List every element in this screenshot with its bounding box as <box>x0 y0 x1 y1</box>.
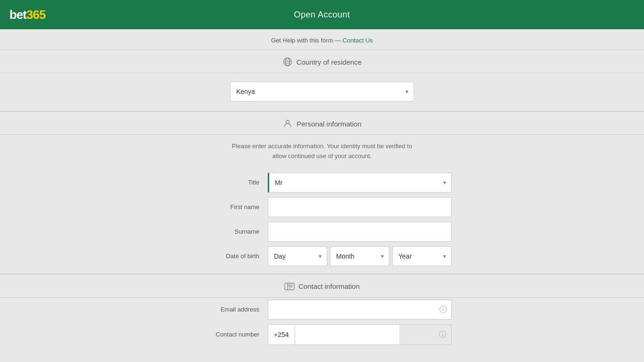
phone-row: Contact number +254 ⓘ <box>0 322 644 347</box>
personal-section-header: Personal information <box>0 111 644 135</box>
email-label: Email address <box>192 306 268 313</box>
phone-prefix: +254 <box>268 325 295 345</box>
email-row: Email address ⓘ <box>0 298 644 321</box>
contact-form-rows: Email address ⓘ Contact number +254 ⓘ <box>0 298 644 353</box>
person-icon <box>282 118 293 129</box>
phone-info-icon[interactable]: ⓘ <box>439 329 446 339</box>
personal-note: Please enter accurate information. Your … <box>216 135 428 171</box>
logo-bet: bet <box>9 8 26 22</box>
globe-icon <box>282 57 293 67</box>
email-input[interactable] <box>268 300 452 320</box>
personal-section-title: Personal information <box>297 120 362 128</box>
phone-input[interactable] <box>295 325 399 345</box>
country-dropdown-wrap: Kenya Uganda Tanzania South Africa Niger… <box>230 82 414 101</box>
country-section: Kenya Uganda Tanzania South Africa Niger… <box>0 73 644 111</box>
month-select[interactable]: Month JanuaryFebruary <box>330 246 389 266</box>
day-select-wrap: Day 123 ▾ <box>268 246 327 266</box>
dob-label: Date of birth <box>192 253 268 260</box>
title-control-wrap: Mr Mrs Miss Ms Dr ▾ <box>268 173 452 193</box>
month-select-wrap: Month JanuaryFebruary ▾ <box>330 246 389 266</box>
day-select[interactable]: Day 123 <box>268 246 327 266</box>
contact-section-header: Contact information <box>0 274 644 298</box>
phone-control-wrap: +254 ⓘ <box>268 324 452 345</box>
email-control-wrap: ⓘ <box>268 300 452 320</box>
dob-control-wrap: Day 123 ▾ Month JanuaryFebruary ▾ Year 2 <box>268 246 452 266</box>
email-input-wrap: ⓘ <box>268 300 452 320</box>
country-section-title: Country of residence <box>297 58 362 66</box>
first-name-control-wrap <box>268 197 452 217</box>
contact-section-title: Contact information <box>298 282 360 290</box>
help-text: Get Help with this form — <box>271 37 341 44</box>
header: bet365 Open Account <box>0 0 644 29</box>
title-row: Title Mr Mrs Miss Ms Dr ▾ <box>0 171 644 194</box>
year-select-wrap: Year 20001999 ▾ <box>392 246 452 266</box>
surname-label: Surname <box>192 228 268 235</box>
phone-input-wrap: ⓘ <box>295 325 451 345</box>
country-select[interactable]: Kenya Uganda Tanzania South Africa Niger… <box>230 82 414 101</box>
logo: bet365 <box>9 8 45 22</box>
year-select[interactable]: Year 20001999 <box>392 246 452 266</box>
first-name-input[interactable] <box>268 197 452 217</box>
title-label: Title <box>192 179 268 186</box>
personal-form-rows: Title Mr Mrs Miss Ms Dr ▾ First name Sur… <box>0 171 644 274</box>
dob-row: Date of birth Day 123 ▾ Month JanuaryFeb… <box>0 244 644 268</box>
svg-point-5 <box>286 120 289 124</box>
country-section-header: Country of residence <box>0 50 644 73</box>
logo-365: 365 <box>26 8 45 22</box>
first-name-row: First name <box>0 195 644 219</box>
first-name-label: First name <box>192 203 268 210</box>
surname-row: Surname <box>0 220 644 244</box>
country-select-wrap: Kenya Uganda Tanzania South Africa Niger… <box>230 82 414 101</box>
phone-wrap: +254 ⓘ <box>268 324 452 345</box>
page-title: Open Account <box>294 10 350 20</box>
phone-label: Contact number <box>192 331 268 338</box>
title-select[interactable]: Mr Mrs Miss Ms Dr <box>268 173 452 193</box>
help-bar: Get Help with this form — Contact Us <box>0 29 644 50</box>
surname-input[interactable] <box>268 222 452 242</box>
dob-selects-wrap: Day 123 ▾ Month JanuaryFebruary ▾ Year 2 <box>268 246 452 266</box>
contact-us-link[interactable]: Contact Us <box>343 37 373 44</box>
email-info-icon[interactable]: ⓘ <box>439 304 447 314</box>
surname-control-wrap <box>268 222 452 242</box>
contact-icon <box>284 281 295 292</box>
title-select-wrap: Mr Mrs Miss Ms Dr ▾ <box>268 173 452 193</box>
